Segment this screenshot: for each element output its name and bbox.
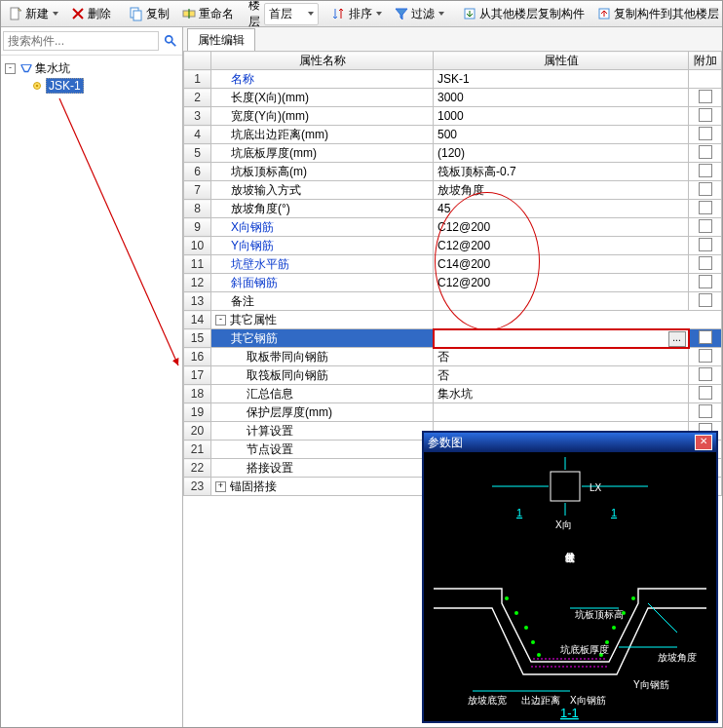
right-panel: 属性编辑 属性名称 属性值 附加 1名称JSK-12长度(X向)(mm)3000… <box>183 27 722 727</box>
new-button[interactable]: 新建 <box>3 3 63 25</box>
extra-cell <box>689 70 722 89</box>
table-row[interactable]: 1名称JSK-1 <box>184 70 722 89</box>
checkbox[interactable] <box>699 256 712 270</box>
property-value-cell[interactable]: C14@200 <box>434 255 689 274</box>
table-row[interactable]: 11坑壁水平筋C14@200 <box>184 255 722 274</box>
checkbox[interactable] <box>699 275 712 288</box>
table-row[interactable]: 7放坡输入方式放坡角度 <box>184 181 722 200</box>
table-row[interactable]: 12斜面钢筋C12@200 <box>184 274 722 292</box>
property-value-cell[interactable] <box>434 311 722 329</box>
property-value-cell[interactable]: C12@200 <box>434 237 689 255</box>
checkbox[interactable] <box>699 367 712 381</box>
property-name-cell: 取筏板同向钢筋 <box>211 366 434 385</box>
row-number: 21 <box>184 441 211 459</box>
checkbox[interactable] <box>699 127 712 140</box>
table-row[interactable]: 17取筏板同向钢筋否 <box>184 366 722 385</box>
property-value-cell[interactable]: JSK-1 <box>434 70 689 89</box>
row-number: 10 <box>184 237 211 255</box>
table-row[interactable]: 16取板带同向钢筋否 <box>184 348 722 366</box>
table-row[interactable]: 2长度(X向)(mm)3000 <box>184 89 722 107</box>
property-value-cell[interactable]: (120) <box>434 144 689 163</box>
tree-root-label: 集水坑 <box>35 60 70 77</box>
delete-button[interactable]: 删除 <box>65 3 116 25</box>
checkbox[interactable] <box>699 219 712 233</box>
property-value-cell[interactable]: 放坡角度 <box>434 181 689 200</box>
property-name-cell: 取板带同向钢筋 <box>211 348 434 366</box>
svg-text:出边距离: 出边距离 <box>521 695 560 706</box>
chevron-down-icon <box>53 12 58 16</box>
checkbox[interactable] <box>699 238 712 251</box>
property-value-cell[interactable]: ... <box>434 329 689 348</box>
table-row[interactable]: 4坑底出边距离(mm)500 <box>184 126 722 144</box>
table-row[interactable]: 10Y向钢筋C12@200 <box>184 237 722 255</box>
property-value-cell[interactable]: 集水坑 <box>434 385 689 403</box>
header-rownum <box>184 52 211 70</box>
property-value-cell[interactable] <box>434 403 689 422</box>
search-button[interactable] <box>161 31 180 51</box>
property-value-cell[interactable]: 500 <box>434 126 689 144</box>
extra-cell <box>689 385 722 403</box>
checkbox[interactable] <box>699 108 712 122</box>
property-name-cell: 保护层厚度(mm) <box>211 403 434 422</box>
expander-icon[interactable]: + <box>215 481 226 492</box>
table-row[interactable]: 19保护层厚度(mm) <box>184 403 722 422</box>
property-value-cell[interactable]: 否 <box>434 348 689 366</box>
property-value-cell[interactable]: C12@200 <box>434 218 689 237</box>
tab-property-edit[interactable]: 属性编辑 <box>187 28 255 52</box>
new-icon <box>8 6 23 21</box>
tab-bar: 属性编辑 <box>183 27 722 51</box>
tree-root[interactable]: - 集水坑 <box>5 59 178 77</box>
header-value: 属性值 <box>434 52 689 70</box>
svg-line-9 <box>59 98 178 365</box>
property-value-cell[interactable] <box>434 292 689 311</box>
close-button[interactable]: ✕ <box>695 435 712 450</box>
table-row[interactable]: 5坑底板厚度(mm)(120) <box>184 144 722 163</box>
row-number: 3 <box>184 107 211 126</box>
table-row[interactable]: 15其它钢筋... <box>184 329 722 348</box>
search-input[interactable] <box>3 31 159 51</box>
property-value-cell[interactable]: 1000 <box>434 107 689 126</box>
checkbox[interactable] <box>699 386 712 400</box>
extra-cell <box>689 255 722 274</box>
checkbox[interactable] <box>699 90 712 103</box>
collapse-icon[interactable]: - <box>5 63 16 74</box>
property-value-cell[interactable]: 否 <box>434 366 689 385</box>
property-value-cell[interactable]: C12@200 <box>434 274 689 292</box>
copy-from-floor-button[interactable]: 从其他楼层复制构件 <box>457 3 590 25</box>
checkbox[interactable] <box>699 182 712 196</box>
row-number: 2 <box>184 89 211 107</box>
checkbox[interactable] <box>699 164 712 177</box>
tree-child[interactable]: JSK-1 <box>5 77 178 95</box>
table-row[interactable]: 9X向钢筋C12@200 <box>184 218 722 237</box>
extra-cell <box>689 126 722 144</box>
table-row[interactable]: 8放坡角度(°)45 <box>184 200 722 218</box>
filter-button[interactable]: 过滤 <box>389 3 449 25</box>
table-row[interactable]: 18汇总信息集水坑 <box>184 385 722 403</box>
checkbox[interactable] <box>699 330 712 344</box>
svg-text:X向钢筋: X向钢筋 <box>570 695 606 706</box>
expander-icon[interactable]: - <box>215 315 226 326</box>
checkbox[interactable] <box>699 349 712 363</box>
checkbox[interactable] <box>699 201 712 214</box>
floor-select[interactable]: 首层 <box>264 3 319 25</box>
checkbox[interactable] <box>699 145 712 159</box>
copy-button[interactable]: 复制 <box>124 3 174 25</box>
property-value-cell[interactable]: 筏板顶标高-0.7 <box>434 163 689 181</box>
checkbox[interactable] <box>699 293 712 307</box>
extra-cell <box>689 366 722 385</box>
more-button[interactable]: ... <box>668 331 686 347</box>
table-row[interactable]: 3宽度(Y向)(mm)1000 <box>184 107 722 126</box>
checkbox[interactable] <box>699 404 712 418</box>
table-row[interactable]: 6坑板顶标高(m)筏板顶标高-0.7 <box>184 163 722 181</box>
copy-label: 复制 <box>146 6 170 22</box>
table-row[interactable]: 13备注 <box>184 292 722 311</box>
table-row[interactable]: 14-其它属性 <box>184 311 722 329</box>
property-value-cell[interactable]: 45 <box>434 200 689 218</box>
sort-button[interactable]: 排序 <box>326 3 387 25</box>
property-value-cell[interactable]: 3000 <box>434 89 689 107</box>
property-name-cell: 计算设置 <box>211 422 434 441</box>
popup-titlebar[interactable]: 参数图 ✕ <box>424 433 716 452</box>
rename-button[interactable]: 重命名 <box>176 3 239 25</box>
copy-to-floor-button[interactable]: 复制构件到其他楼层 <box>591 3 723 25</box>
property-name-cell: 备注 <box>211 292 434 311</box>
